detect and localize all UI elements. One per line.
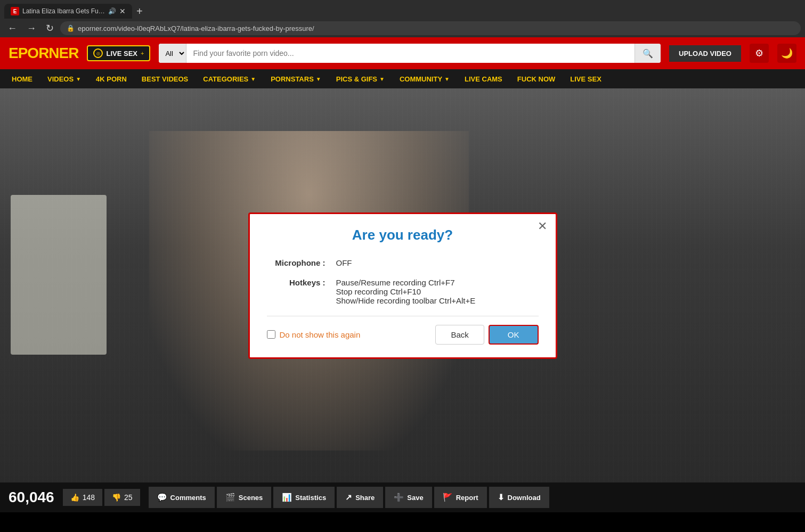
hotkey1: Pause/Resume recording Ctrl+F7 bbox=[336, 278, 476, 287]
videos-arrow: ▼ bbox=[76, 76, 81, 82]
site-header: EPORNER ◎ LIVE SEX + All 🔍 UPLOAD VIDEO … bbox=[0, 37, 805, 69]
nav-item-pornstars[interactable]: PORNSTARS ▼ bbox=[263, 69, 329, 88]
download-label: Download bbox=[508, 494, 541, 502]
search-container: All 🔍 bbox=[159, 44, 661, 63]
site-logo[interactable]: EPORNER bbox=[9, 45, 78, 62]
dialog-title: Are you ready? bbox=[267, 227, 539, 243]
microphone-value: OFF bbox=[336, 258, 352, 267]
statistics-label: Statistics bbox=[295, 494, 326, 502]
hotkey3: Show/Hide recording toolbar Ctrl+Alt+E bbox=[336, 296, 476, 305]
dialog-divider bbox=[267, 316, 539, 316]
upload-video-button[interactable]: UPLOAD VIDEO bbox=[669, 45, 741, 62]
search-input[interactable] bbox=[186, 49, 635, 58]
hotkeys-row: Hotkeys : Pause/Resume recording Ctrl+F7… bbox=[267, 278, 539, 305]
dont-show-label[interactable]: Do not show this again bbox=[280, 330, 361, 339]
thumbs-up-icon: 👍 bbox=[70, 493, 79, 502]
settings-icon-button[interactable]: ⚙ bbox=[750, 44, 769, 63]
scenes-icon: 🎬 bbox=[225, 493, 235, 502]
hotkey2: Stop recording Ctrl+F10 bbox=[336, 287, 476, 296]
dialog-overlay: ✕ Are you ready? Microphone : OFF Hotkey… bbox=[0, 88, 805, 482]
nav-item-videos[interactable]: VIDEOS ▼ bbox=[40, 69, 88, 88]
dont-show-checkbox[interactable] bbox=[267, 330, 275, 339]
nav-menu: HOME VIDEOS ▼ 4K PORN BEST VIDEOS CATEGO… bbox=[0, 69, 805, 88]
scenes-button[interactable]: 🎬 Scenes bbox=[217, 487, 272, 508]
like-button[interactable]: 👍 148 bbox=[63, 489, 102, 506]
comments-label: Comments bbox=[170, 494, 206, 502]
ok-button-dialog[interactable]: OK bbox=[489, 325, 539, 345]
address-bar[interactable]: 🔒 eporner.com/video-l0eqRAbLxQ7/latina-e… bbox=[60, 21, 801, 35]
dislike-count: 25 bbox=[124, 493, 133, 502]
pics-arrow: ▼ bbox=[379, 76, 385, 82]
dialog-box: ✕ Are you ready? Microphone : OFF Hotkey… bbox=[248, 212, 557, 359]
search-button[interactable]: 🔍 bbox=[635, 44, 661, 63]
share-label: Share bbox=[355, 494, 375, 502]
tab-bar: E Latina Eliza Ibarra Gets Fuck... 🔊 ✕ + bbox=[0, 0, 805, 19]
reload-button[interactable]: ↻ bbox=[43, 21, 57, 35]
tab-title: Latina Eliza Ibarra Gets Fuck... bbox=[22, 7, 105, 15]
hotkeys-values: Pause/Resume recording Ctrl+F7 Stop reco… bbox=[336, 278, 476, 305]
dark-mode-button[interactable]: 🌙 bbox=[777, 44, 796, 63]
dialog-close-button[interactable]: ✕ bbox=[538, 220, 547, 232]
nav-item-categories[interactable]: CATEGORIES ▼ bbox=[196, 69, 263, 88]
search-category-select[interactable]: All bbox=[159, 44, 186, 63]
forward-button[interactable]: → bbox=[23, 22, 39, 35]
bottom-bar: 60,046 👍 148 👎 25 💬 Comments 🎬 Scenes 📊 … bbox=[0, 482, 805, 512]
dialog-footer: Do not show this again Back OK bbox=[267, 325, 539, 345]
like-count: 148 bbox=[83, 493, 95, 502]
microphone-label: Microphone : bbox=[267, 258, 326, 267]
browser-chrome: E Latina Eliza Ibarra Gets Fuck... 🔊 ✕ +… bbox=[0, 0, 805, 37]
back-button-dialog[interactable]: Back bbox=[435, 325, 484, 345]
report-button[interactable]: 🚩 Report bbox=[434, 487, 487, 508]
nav-item-4k[interactable]: 4K PORN bbox=[88, 69, 134, 88]
dont-show-container: Do not show this again bbox=[267, 330, 361, 339]
microphone-row: Microphone : OFF bbox=[267, 258, 539, 267]
comments-button[interactable]: 💬 Comments bbox=[149, 487, 215, 508]
report-label: Report bbox=[456, 494, 478, 502]
community-arrow: ▼ bbox=[444, 76, 450, 82]
share-icon: ↗ bbox=[345, 493, 352, 502]
live-badge-circle: ◎ bbox=[93, 48, 103, 58]
video-area: ✕ Are you ready? Microphone : OFF Hotkey… bbox=[0, 88, 805, 482]
moon-icon: 🌙 bbox=[781, 47, 793, 59]
hotkeys-label: Hotkeys : bbox=[267, 278, 326, 287]
comments-icon: 💬 bbox=[157, 493, 167, 502]
report-icon: 🚩 bbox=[443, 493, 453, 502]
active-tab[interactable]: E Latina Eliza Ibarra Gets Fuck... 🔊 ✕ bbox=[4, 4, 132, 19]
save-label: Save bbox=[407, 494, 423, 502]
back-button[interactable]: ← bbox=[4, 22, 20, 35]
live-badge-plus: + bbox=[141, 50, 144, 56]
lock-icon: 🔒 bbox=[67, 24, 75, 32]
nav-item-livecams[interactable]: LIVE CAMS bbox=[457, 69, 510, 88]
live-sex-badge[interactable]: ◎ LIVE SEX + bbox=[87, 45, 150, 61]
nav-bar: ← → ↻ 🔒 eporner.com/video-l0eqRAbLxQ7/la… bbox=[0, 19, 805, 37]
gear-icon: ⚙ bbox=[755, 47, 763, 59]
dislike-button[interactable]: 👎 25 bbox=[104, 489, 140, 506]
new-tab-button[interactable]: + bbox=[136, 5, 143, 18]
nav-item-pics[interactable]: PICS & GIFS ▼ bbox=[329, 69, 392, 88]
save-icon: ➕ bbox=[394, 493, 404, 502]
save-button[interactable]: ➕ Save bbox=[385, 487, 432, 508]
address-text: eporner.com/video-l0eqRAbLxQ7/latina-eli… bbox=[78, 24, 314, 32]
nav-item-community[interactable]: COMMUNITY ▼ bbox=[392, 69, 457, 88]
statistics-icon: 📊 bbox=[282, 493, 292, 502]
download-button[interactable]: ⬇ Download bbox=[489, 487, 549, 508]
tab-favicon: E bbox=[11, 7, 19, 15]
view-count: 60,046 bbox=[9, 489, 54, 506]
share-button[interactable]: ↗ Share bbox=[337, 487, 383, 508]
nav-item-home[interactable]: HOME bbox=[4, 69, 40, 88]
nav-item-livesex[interactable]: LIVE SEX bbox=[563, 69, 609, 88]
categories-arrow: ▼ bbox=[250, 76, 256, 82]
scenes-label: Scenes bbox=[239, 494, 263, 502]
nav-item-fucknow[interactable]: FUCK NOW bbox=[510, 69, 563, 88]
pornstars-arrow: ▼ bbox=[316, 76, 321, 82]
dialog-buttons: Back OK bbox=[435, 325, 538, 345]
tab-audio-icon: 🔊 bbox=[108, 7, 116, 15]
nav-item-best[interactable]: BEST VIDEOS bbox=[134, 69, 196, 88]
live-badge-text: LIVE SEX bbox=[106, 50, 137, 58]
tab-close-button[interactable]: ✕ bbox=[119, 7, 126, 15]
statistics-button[interactable]: 📊 Statistics bbox=[273, 487, 335, 508]
download-icon: ⬇ bbox=[498, 493, 505, 502]
thumbs-down-icon: 👎 bbox=[112, 493, 121, 502]
